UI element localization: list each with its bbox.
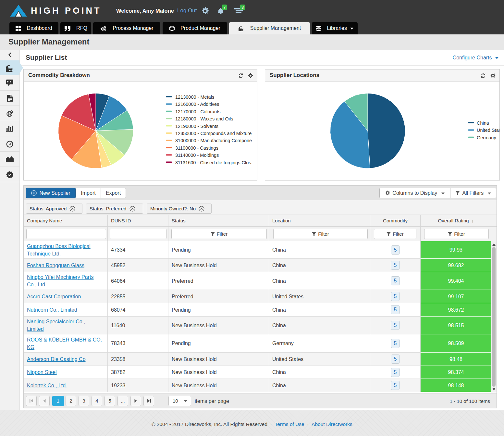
svg-text:12170000 - Colorants: 12170000 - Colorants — [175, 109, 220, 114]
svg-text:China: China — [477, 120, 489, 126]
svg-text:Germany: Germany — [477, 135, 496, 140]
svg-text:12190000 - Solvents: 12190000 - Solvents — [175, 124, 218, 129]
svg-text:United States: United States — [477, 128, 499, 133]
svg-text:31000000 - Manufacturing Compo: 31000000 - Manufacturing Compone — [175, 138, 252, 143]
svg-text:12180000 - Waxes and Oils: 12180000 - Waxes and Oils — [175, 116, 233, 121]
svg-text:31140000 - Moldings: 31140000 - Moldings — [175, 153, 219, 158]
svg-text:31131600 - Closed die forgings: 31131600 - Closed die forgings Clos. — [175, 160, 252, 165]
svg-text:12130000 - Metals: 12130000 - Metals — [175, 94, 214, 100]
svg-text:31100000 - Castings: 31100000 - Castings — [175, 145, 218, 151]
svg-text:12350000 - Compounds and Mixtu: 12350000 - Compounds and Mixture — [175, 131, 252, 136]
svg-text:12160000 - Additives: 12160000 - Additives — [175, 102, 219, 107]
